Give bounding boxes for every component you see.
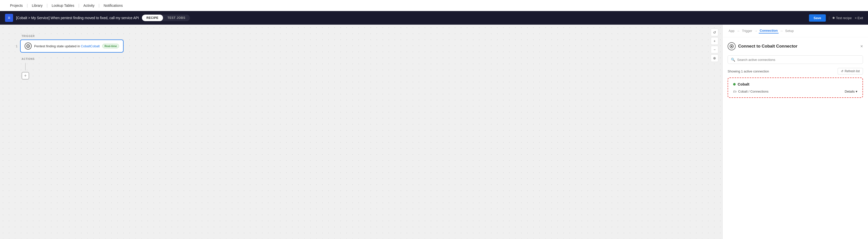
recipe-bar-left: ≡ [Cobalt > My Service] When pentest fin… [5,14,190,22]
nav-lookup-tables[interactable]: Lookup Tables [48,0,79,11]
panel-header: Connect to Cobalt Connector × [727,42,863,50]
canvas: ↺ + − ⊕ TRIGGER 1 Pentes [0,25,722,239]
trigger-step-icon [25,43,32,50]
save-button[interactable]: Save [809,14,826,22]
panel-content: Connect to Cobalt Connector × 🔍 Showing … [722,37,868,239]
connection-path-row: 🗁 Cobalt / Connections Details ▾ [733,89,858,93]
step-nav-setup[interactable]: Setup [784,28,795,33]
refresh-icon: ↺ [841,70,843,73]
chevron-down-icon: ▾ [856,89,858,93]
tab-test-jobs[interactable]: TEST JOBS [163,15,190,21]
cobalt-link[interactable]: Cobalt [81,44,90,48]
connector-line [25,63,26,71]
connection-name: Cobalt [738,82,749,86]
details-button[interactable]: Details ▾ [845,89,858,93]
panel-header-left: Connect to Cobalt Connector [727,42,798,50]
test-recipe-button[interactable]: Test recipe [833,16,852,20]
test-status-dot [833,17,835,19]
step-nav-connection[interactable]: Connection [759,28,779,33]
zoom-out-button[interactable]: − [711,46,718,53]
recipe-icon: ≡ [5,14,13,22]
showing-text: Showing 1 active connection [727,70,769,73]
top-nav: Projects | Library | Lookup Tables | Act… [0,0,868,11]
recipe-bar-right: Save | Test recipe × Exit [809,14,863,22]
trigger-card[interactable]: Pentest finding state updated in CobaltC… [20,39,124,53]
steps-nav: App → Trigger → Connection → Setup [722,25,868,37]
realtime-badge: Real-time [102,44,119,48]
add-step-button[interactable]: + [22,72,29,80]
step-nav-arrow-2: → [754,29,758,33]
canvas-controls: ↺ + − ⊕ [711,29,718,62]
connection-card[interactable]: Cobalt 🗁 Cobalt / Connections Details ▾ [727,78,863,98]
actions-section: + [12,63,710,80]
canvas-content: TRIGGER 1 Pentest finding state updated … [5,30,717,84]
step-number: 1 [12,44,18,48]
zoom-in-button[interactable]: + [711,37,718,45]
recipe-bar: ≡ [Cobalt > My Service] When pentest fin… [0,11,868,25]
reset-button[interactable]: ↺ [711,29,718,36]
step-nav-trigger[interactable]: Trigger [741,28,753,33]
trigger-row: 1 Pentest finding state updated in Cobal… [12,39,710,53]
recipe-tabs: RECIPE TEST JOBS [142,15,190,21]
trigger-label: TRIGGER [12,35,710,37]
svg-point-4 [731,46,733,47]
actions-label: ACTIONS [12,58,710,60]
close-panel-button[interactable]: × [860,44,863,49]
step-nav-app[interactable]: App [727,28,735,33]
cobalt-connector-icon [727,42,736,50]
nav-library[interactable]: Library [28,0,47,11]
step-nav-arrow-3: → [780,29,783,33]
connection-name-row: Cobalt [733,82,858,86]
connection-path: 🗁 Cobalt / Connections [733,89,769,93]
nav-notifications[interactable]: Notifications [99,0,127,11]
svg-point-1 [28,46,29,47]
nav-projects[interactable]: Projects [6,0,27,11]
right-panel: App → Trigger → Connection → Setup [722,25,868,239]
refresh-button[interactable]: ↺ Refresh list [838,68,863,75]
status-dot [733,83,736,85]
step-nav-arrow-1: → [736,29,740,33]
nav-activity[interactable]: Activity [80,0,98,11]
folder-icon: 🗁 [733,89,737,93]
search-icon: 🔍 [731,58,735,62]
panel-title: Connect to Cobalt Connector [738,44,798,49]
search-input[interactable] [737,58,860,62]
trigger-text: Pentest finding state updated in CobaltC… [34,44,100,48]
tab-recipe[interactable]: RECIPE [142,15,163,21]
main-area: ↺ + − ⊕ TRIGGER 1 Pentes [0,25,868,239]
showing-bar: Showing 1 active connection ↺ Refresh li… [727,68,863,75]
recipe-title: [Cobalt > My Service] When pentest findi… [16,16,139,20]
exit-button[interactable]: × Exit [855,16,863,20]
search-box: 🔍 [727,55,863,64]
fit-button[interactable]: ⊕ [711,54,718,62]
